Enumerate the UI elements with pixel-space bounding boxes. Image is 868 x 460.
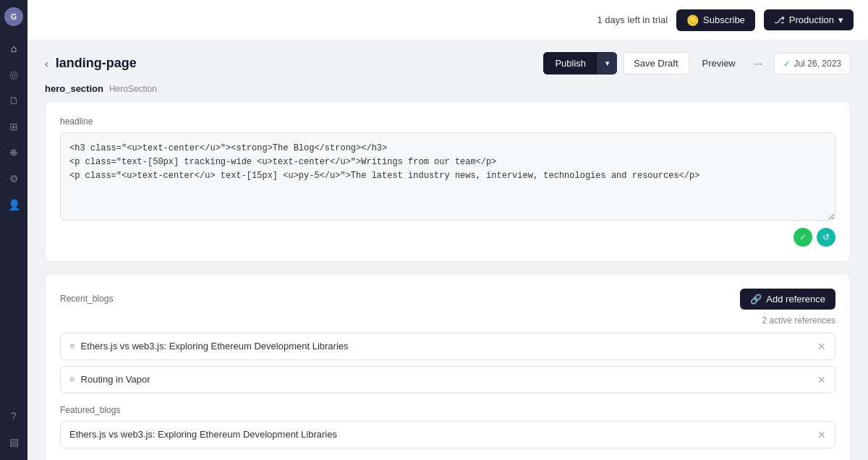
- featured-reference-item: Ethers.js vs web3.js: Exploring Ethereum…: [60, 421, 835, 448]
- topbar: 1 days left in trial 🪙 Subscribe ⎇ Produ…: [27, 0, 868, 41]
- reference-item: ≡ Ethers.js vs web3.js: Exploring Ethere…: [60, 333, 835, 360]
- reference-item-left: ≡ Routing in Vapor: [69, 374, 150, 385]
- console-icon[interactable]: ▤: [3, 431, 25, 453]
- team-icon[interactable]: 👤: [3, 194, 25, 216]
- date-badge: ✓ Jul 26, 2023: [774, 53, 851, 74]
- textarea-footer: ✓ ↺: [60, 228, 835, 247]
- home-icon[interactable]: ⌂: [3, 38, 25, 59]
- reference-item-text: Ethers.js vs web3.js: Exploring Ethereum…: [81, 341, 349, 352]
- reference-remove-button[interactable]: ✕: [817, 374, 826, 386]
- branch-icon: ⎇: [774, 14, 785, 25]
- toolbar-actions: Publish ▾ Save Draft Preview ··· ✓ Jul 2…: [543, 52, 851, 74]
- back-button[interactable]: ‹: [45, 58, 48, 69]
- page-title: landing-page: [56, 56, 137, 71]
- reference-remove-button[interactable]: ✕: [817, 341, 826, 352]
- featured-blogs-section: Featured_blogs Ethers.js vs web3.js: Exp…: [60, 405, 835, 448]
- settings-icon[interactable]: ⚙: [3, 168, 25, 189]
- featured-reference-remove-button[interactable]: ✕: [817, 429, 826, 440]
- production-button[interactable]: ⎇ Production ▾: [764, 9, 854, 30]
- production-label: Production: [789, 14, 834, 25]
- reference-item-text: Routing in Vapor: [81, 374, 150, 385]
- reference-item: ≡ Routing in Vapor ✕: [60, 366, 835, 393]
- headline-field-label: headline: [60, 116, 835, 127]
- section-label-bar: hero_section HeroSection: [27, 83, 868, 101]
- featured-blogs-label: Featured_blogs: [60, 405, 835, 415]
- more-options-button[interactable]: ···: [749, 53, 768, 74]
- featured-reference-item-left: Ethers.js vs web3.js: Exploring Ethereum…: [69, 429, 337, 440]
- coin-icon: 🪙: [686, 14, 699, 26]
- save-draft-button[interactable]: Save Draft: [623, 52, 689, 74]
- headline-card: headline <h3 class="<u>text-center</u>">…: [45, 101, 851, 262]
- confirm-icon-btn[interactable]: ✓: [793, 228, 812, 247]
- help-icon[interactable]: ?: [3, 405, 25, 427]
- refresh-icon-btn[interactable]: ↺: [817, 228, 835, 247]
- chevron-down-icon: ▾: [838, 14, 843, 25]
- check-icon: ✓: [783, 59, 791, 69]
- active-references-count: 2 active references: [60, 315, 835, 325]
- section-key-label: hero_section: [45, 83, 103, 94]
- section-type-label: HeroSection: [109, 84, 157, 94]
- drag-icon: ≡: [69, 341, 75, 352]
- avatar[interactable]: G: [4, 7, 23, 26]
- blog-icon[interactable]: ◎: [3, 64, 25, 85]
- reference-item-left: ≡ Ethers.js vs web3.js: Exploring Ethere…: [69, 341, 349, 352]
- date-label: Jul 26, 2023: [794, 59, 841, 69]
- headline-textarea[interactable]: <h3 class="<u>text-center</u>"><strong>T…: [60, 132, 835, 221]
- page-title-area: ‹ landing-page: [45, 56, 137, 71]
- add-reference-button[interactable]: 🔗 Add reference: [740, 289, 835, 310]
- preview-button[interactable]: Preview: [695, 53, 743, 74]
- plugins-icon[interactable]: ❋: [3, 142, 25, 163]
- publish-button[interactable]: Publish: [543, 52, 597, 74]
- link-icon: 🔗: [750, 294, 762, 304]
- recent-blogs-card: Recent_blogs 🔗 Add reference 2 active re…: [45, 273, 851, 460]
- page-header: ‹ landing-page Publish ▾ Save Draft Prev…: [27, 41, 868, 83]
- grid-icon[interactable]: ⊞: [3, 116, 25, 137]
- subscribe-button[interactable]: 🪙 Subscribe: [676, 9, 755, 31]
- main-area: 1 days left in trial 🪙 Subscribe ⎇ Produ…: [27, 0, 868, 460]
- subscribe-label: Subscribe: [703, 14, 745, 25]
- drag-icon: ≡: [69, 374, 75, 385]
- publish-caret-button[interactable]: ▾: [597, 53, 617, 74]
- sidebar: G ⌂ ◎ 🗋 ⊞ ❋ ⚙ 👤 ? ▤: [0, 0, 27, 460]
- recent-blogs-header: Recent_blogs 🔗 Add reference: [60, 289, 835, 310]
- pages-icon[interactable]: 🗋: [3, 90, 25, 111]
- add-reference-label: Add reference: [766, 294, 825, 304]
- content: ‹ landing-page Publish ▾ Save Draft Prev…: [27, 41, 868, 460]
- recent-blogs-label: Recent_blogs: [60, 294, 113, 304]
- featured-reference-item-text: Ethers.js vs web3.js: Exploring Ethereum…: [69, 429, 337, 440]
- trial-text: 1 days left in trial: [597, 14, 668, 25]
- publish-button-group: Publish ▾: [543, 52, 617, 74]
